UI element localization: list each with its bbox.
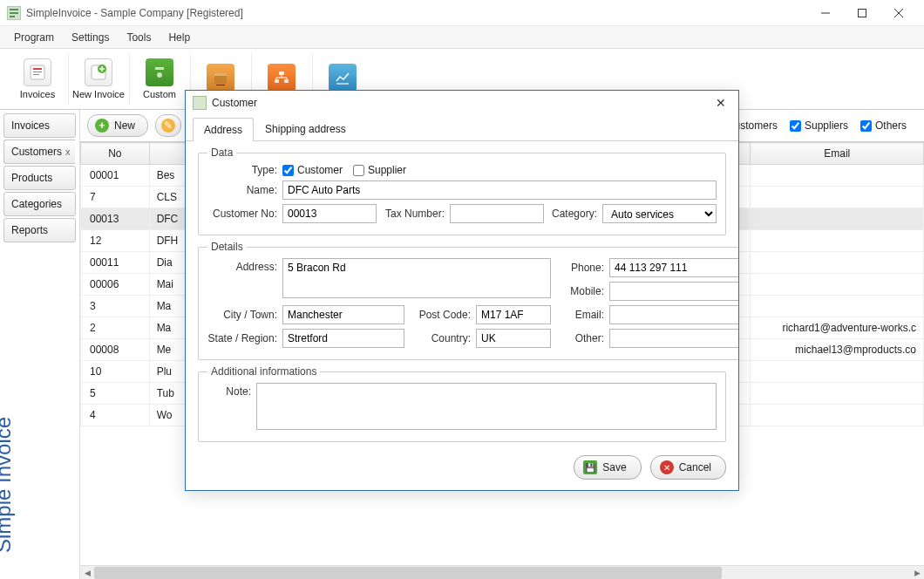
country-field[interactable] [476,329,551,348]
dialog-tabs: Address Shipping address [186,117,738,141]
legend-details: Details [207,241,247,253]
save-button[interactable]: 💾 Save [574,455,641,480]
dialog-titlebar: Customer ✕ [186,91,738,115]
label-state: State / Region: [207,332,277,344]
checkbox-supplier[interactable]: Supplier [353,164,406,176]
dialog-overlay: Customer ✕ Address Shipping address Data… [0,0,924,579]
fieldset-additional: Additional informations Note: [198,365,726,442]
tab-shipping[interactable]: Shipping address [254,117,357,140]
label-name: Name: [207,184,277,196]
dialog-icon [193,96,207,110]
cancel-button[interactable]: ✕ Cancel [650,455,726,480]
dialog-title: Customer [212,97,257,109]
label-postcode: Post Code: [410,309,471,321]
label-phone: Phone: [556,262,604,274]
label-note: Note: [207,383,251,398]
cancel-icon: ✕ [660,460,674,474]
postcode-field[interactable] [476,305,551,324]
label-mobile: Mobile: [556,285,604,297]
label-address: Address: [207,258,277,273]
label-other: Other: [556,332,604,344]
city-field[interactable] [282,305,404,324]
checkbox-customer[interactable]: Customer [282,164,343,176]
dialog-close-button[interactable]: ✕ [710,96,731,110]
name-field[interactable] [282,181,717,200]
note-field[interactable] [256,383,717,430]
address-field[interactable]: 5 Bracon Rd [282,258,551,298]
state-field[interactable] [282,329,404,348]
other-field[interactable] [609,329,738,348]
fieldset-details: Details Address: 5 Bracon Rd Phone: Mobi… [198,241,738,360]
label-city: City / Town: [207,309,277,321]
label-tax-number: Tax Number: [382,208,445,220]
email-field[interactable] [609,305,738,324]
save-icon: 💾 [583,460,597,474]
category-select[interactable]: Auto services [602,204,717,223]
legend-additional: Additional informations [207,365,320,378]
label-type: Type: [207,164,277,176]
label-country: Country: [410,332,471,344]
legend-data: Data [207,146,236,159]
label-email: Email: [556,309,604,321]
label-category: Category: [549,208,597,220]
customer-no-field[interactable] [282,204,377,223]
tax-number-field[interactable] [450,204,544,223]
customer-dialog: Customer ✕ Address Shipping address Data… [185,90,739,491]
phone-field[interactable] [609,258,738,277]
tab-address[interactable]: Address [193,118,254,141]
mobile-field[interactable] [609,282,738,301]
fieldset-data: Data Type: Customer Supplier Name: Custo… [198,146,726,235]
label-customer-no: Customer No: [207,208,277,220]
